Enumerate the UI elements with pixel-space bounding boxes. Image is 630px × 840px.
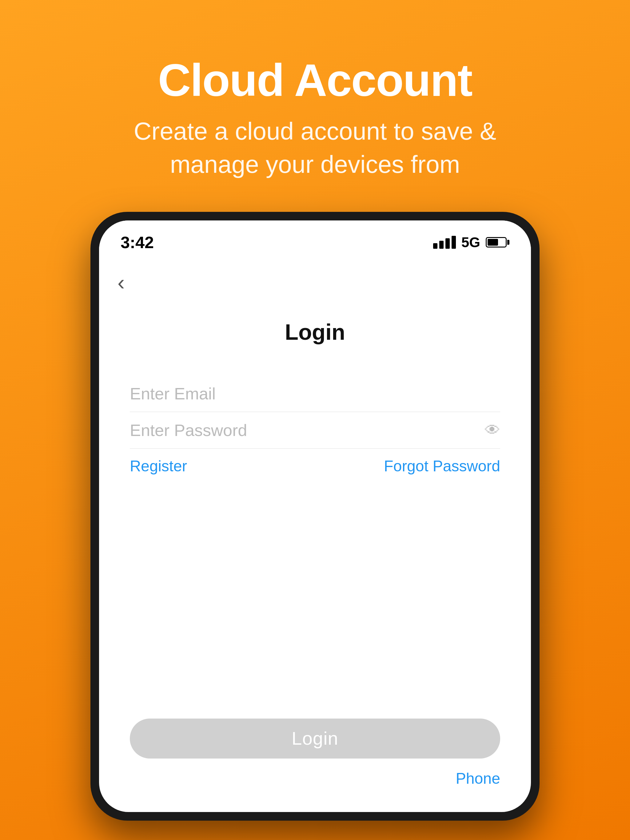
signal-bar-2	[439, 241, 443, 249]
eye-toggle-icon[interactable]: 👁︎	[485, 421, 500, 439]
phone-link[interactable]: Phone	[456, 770, 500, 788]
spacer	[99, 475, 531, 706]
email-input[interactable]	[130, 384, 500, 403]
signal-bar-3	[445, 238, 450, 249]
login-button[interactable]: Login	[130, 718, 500, 758]
login-title: Login	[99, 319, 531, 345]
forgot-password-link[interactable]: Forgot Password	[384, 457, 500, 475]
password-field-container: 👁︎	[130, 412, 500, 448]
bottom-section: Login Phone	[99, 706, 531, 806]
battery-body	[486, 237, 507, 248]
app-content: ‹ Login 👁︎ Register Forgot Passwo	[99, 258, 531, 812]
battery-icon	[486, 237, 510, 248]
network-type: 5G	[461, 234, 480, 251]
header-section: Cloud Account Create a cloud account to …	[100, 0, 530, 212]
main-title: Cloud Account	[158, 55, 472, 106]
form-section: 👁︎ Register Forgot Password	[99, 376, 531, 475]
battery-tip	[507, 240, 510, 245]
phone-screen: 3:42 5G	[99, 221, 531, 812]
status-time: 3:42	[120, 233, 154, 252]
signal-bar-4	[451, 236, 456, 249]
battery-fill	[488, 239, 498, 246]
nav-back[interactable]: ‹	[99, 264, 531, 301]
phone-mockup: 3:42 5G	[90, 212, 540, 821]
register-link[interactable]: Register	[130, 457, 187, 475]
signal-bar-1	[433, 243, 437, 249]
links-row: Register Forgot Password	[130, 457, 500, 475]
password-input[interactable]	[130, 421, 500, 440]
status-icons: 5G	[433, 234, 510, 251]
back-arrow-icon[interactable]: ‹	[117, 271, 125, 295]
email-field-container	[130, 376, 500, 412]
phone-mockup-wrapper: 3:42 5G	[90, 212, 540, 840]
status-bar: 3:42 5G	[99, 221, 531, 258]
signal-bars-icon	[433, 236, 456, 249]
subtitle: Create a cloud account to save & manage …	[100, 115, 530, 181]
